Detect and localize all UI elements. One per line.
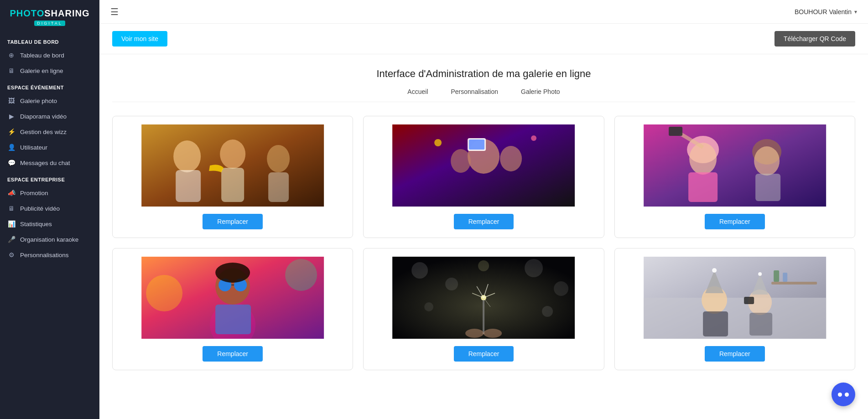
- sidebar-label: Personnalisations: [20, 252, 69, 259]
- topbar-right: BOUHOUR Valentin ▾: [795, 8, 857, 16]
- chat-eyes: [838, 393, 849, 397]
- svg-point-25: [146, 275, 182, 311]
- svg-rect-15: [644, 124, 826, 207]
- sub-nav: Accueil Personnalisation Galerie Photo: [112, 88, 855, 102]
- svg-rect-62: [703, 311, 728, 336]
- sidebar-item-galerie-photo[interactable]: 🖼 Galerie photo: [0, 93, 99, 109]
- logo-title: PHOTOSHARING: [10, 8, 90, 18]
- gear-icon: ⚙: [7, 251, 16, 259]
- svg-rect-55: [783, 273, 787, 282]
- sidebar-item-promotion[interactable]: 📣 Promotion: [0, 185, 99, 201]
- svg-point-58: [712, 268, 717, 273]
- chart-icon: 📊: [7, 220, 16, 228]
- svg-point-49: [465, 329, 483, 338]
- logo-photo: PHOTO: [10, 8, 45, 18]
- sidebar-item-statistiques[interactable]: 📊 Statistiques: [0, 216, 99, 232]
- remplacer-button-1[interactable]: Remplacer: [203, 214, 263, 229]
- remplacer-button-6[interactable]: Remplacer: [705, 346, 765, 362]
- user-name: BOUHOUR Valentin: [795, 8, 852, 16]
- remplacer-button-3[interactable]: Remplacer: [705, 214, 765, 229]
- svg-point-13: [434, 139, 442, 146]
- chat-eye-right: [845, 393, 849, 397]
- svg-rect-18: [688, 172, 717, 202]
- section-title-tableau: TABLEAU DE BORD: [0, 33, 99, 47]
- photo-placeholder-4: [121, 257, 344, 339]
- topbar-left: ☰: [110, 6, 119, 17]
- image-icon: 🖼: [7, 97, 16, 104]
- remplacer-button-2[interactable]: Remplacer: [454, 214, 514, 229]
- megaphone-icon: 📣: [7, 189, 16, 197]
- svg-point-26: [285, 259, 317, 291]
- tab-accueil[interactable]: Accueil: [407, 88, 428, 97]
- action-bar: Voir mon site Télécharger QR Code: [99, 24, 868, 54]
- svg-rect-52: [644, 298, 826, 339]
- svg-point-41: [542, 306, 553, 317]
- svg-point-14: [531, 135, 536, 141]
- photo-placeholder-6: [623, 257, 847, 339]
- photo-card-2: Remplacer: [363, 116, 604, 238]
- monitor-icon: 🖥: [7, 67, 16, 74]
- photo-placeholder-1: [121, 124, 344, 207]
- sidebar-label: Galerie en ligne: [20, 67, 63, 74]
- remplacer-button-5[interactable]: Remplacer: [454, 346, 514, 362]
- svg-rect-54: [774, 270, 779, 282]
- hamburger-icon[interactable]: ☰: [110, 6, 119, 17]
- chat-eye-left: [838, 393, 842, 397]
- svg-point-38: [554, 281, 568, 296]
- sidebar-label: Utilisateur: [20, 144, 47, 151]
- sidebar-label: Publicité vidéo: [20, 205, 60, 212]
- svg-rect-10: [469, 140, 484, 150]
- svg-rect-4: [176, 170, 201, 202]
- logo-area: PHOTOSHARING DIGITAL: [0, 0, 99, 33]
- photo-card-6: Remplacer: [614, 248, 855, 370]
- photo-card-4: Remplacer: [112, 248, 353, 370]
- svg-rect-32: [215, 305, 251, 334]
- tab-galerie-photo[interactable]: Galerie Photo: [521, 88, 560, 97]
- user-icon: 👤: [7, 144, 16, 151]
- sidebar-label: Messages du chat: [20, 160, 70, 166]
- topbar: ☰ BOUHOUR Valentin ▾: [99, 0, 868, 24]
- chat-bubble-button[interactable]: [832, 383, 855, 406]
- sidebar-item-organisation-karaoke[interactable]: 🎤 Organisation karaoke: [0, 232, 99, 247]
- chevron-down-icon[interactable]: ▾: [854, 9, 857, 15]
- sidebar-item-galerie-en-ligne[interactable]: 🖥 Galerie en ligne: [0, 63, 99, 78]
- lightning-icon: ⚡: [7, 128, 16, 135]
- sidebar-label: Diaporama vidéo: [20, 113, 67, 120]
- sidebar-item-utilisateur[interactable]: 👤 Utilisateur: [0, 140, 99, 155]
- sidebar-item-gestion-wizz[interactable]: ⚡ Gestion des wizz: [0, 124, 99, 140]
- svg-rect-53: [771, 282, 817, 285]
- photo-placeholder-2: [372, 124, 595, 207]
- svg-point-2: [220, 140, 245, 169]
- sidebar-item-tableau-de-bord[interactable]: ⊕ Tableau de bord: [0, 47, 99, 63]
- sidebar-item-publicite-video[interactable]: 🖥 Publicité vidéo: [0, 201, 99, 216]
- svg-point-36: [445, 278, 458, 290]
- svg-point-20: [754, 146, 780, 176]
- section-title-entreprise: ESPACE ENTREPRISE: [0, 171, 99, 185]
- photo-card-1: Remplacer: [112, 116, 353, 238]
- photo-image-2: [372, 124, 595, 207]
- svg-point-1: [173, 140, 201, 172]
- photo-placeholder-5: [372, 257, 595, 339]
- svg-point-12: [500, 146, 522, 171]
- sidebar: PHOTOSHARING DIGITAL TABLEAU DE BORD ⊕ T…: [0, 0, 99, 419]
- svg-point-61: [758, 272, 762, 276]
- voir-site-button[interactable]: Voir mon site: [112, 31, 167, 47]
- play-icon: ▶: [7, 113, 16, 120]
- svg-point-35: [411, 262, 428, 279]
- svg-rect-23: [669, 127, 682, 136]
- svg-point-17: [689, 143, 717, 175]
- sidebar-item-personnalisations[interactable]: ⚙ Personnalisations: [0, 247, 99, 263]
- svg-point-39: [478, 260, 489, 271]
- svg-point-50: [483, 329, 502, 338]
- sidebar-label: Promotion: [20, 190, 48, 197]
- svg-point-37: [525, 259, 543, 277]
- photo-placeholder-3: [623, 124, 847, 207]
- logo-sharing: SHARING: [44, 8, 89, 18]
- remplacer-button-4[interactable]: Remplacer: [203, 346, 263, 362]
- sidebar-item-messages-chat[interactable]: 💬 Messages du chat: [0, 155, 99, 171]
- photo-image-6: [623, 257, 847, 339]
- sidebar-item-diaporama-video[interactable]: ▶ Diaporama vidéo: [0, 109, 99, 124]
- tab-personnalisation[interactable]: Personnalisation: [451, 88, 499, 97]
- telecharger-qr-button[interactable]: Télécharger QR Code: [774, 31, 855, 47]
- svg-point-3: [267, 145, 290, 172]
